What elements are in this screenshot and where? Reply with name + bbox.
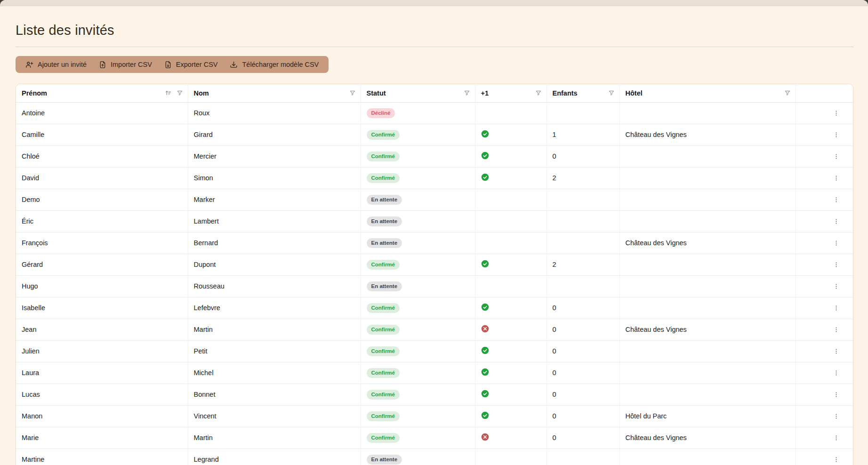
- cell-enfants: 1: [547, 124, 619, 145]
- cell-statut: Confirmé: [361, 362, 475, 384]
- cell-plus-one: [475, 427, 547, 449]
- row-menu-button[interactable]: [830, 129, 843, 140]
- column-header-enfants[interactable]: Enfants: [547, 84, 619, 102]
- download-icon: [230, 61, 238, 69]
- table-row: Demo Marker En attente: [16, 189, 853, 210]
- row-menu-button[interactable]: [830, 238, 843, 249]
- cell-nom: Bonnet: [188, 384, 361, 405]
- row-menu-button[interactable]: [830, 173, 843, 184]
- cell-plus-one: [475, 254, 547, 275]
- row-menu-button[interactable]: [830, 151, 843, 162]
- cell-plus-one: [475, 167, 547, 189]
- cell-statut: En attente: [361, 275, 475, 297]
- status-badge: Confirmé: [367, 130, 400, 140]
- filter-icon[interactable]: [535, 90, 542, 96]
- column-header-actions: [796, 84, 853, 102]
- cell-hotel: [619, 145, 796, 167]
- cell-hotel: [619, 275, 796, 297]
- row-menu-button[interactable]: [830, 259, 843, 270]
- add-guest-button[interactable]: Ajouter un invité: [19, 56, 93, 73]
- row-menu-button[interactable]: [830, 303, 843, 313]
- status-badge: Confirmé: [367, 325, 400, 335]
- cell-plus-one: [475, 232, 547, 254]
- row-menu-button[interactable]: [830, 368, 843, 378]
- cell-enfants: 0: [547, 145, 619, 167]
- filter-icon[interactable]: [784, 90, 791, 96]
- row-menu-button[interactable]: [830, 389, 843, 400]
- cell-plus-one: [475, 384, 547, 405]
- filter-icon[interactable]: [177, 90, 183, 96]
- export-csv-button[interactable]: Exporter CSV: [158, 56, 224, 73]
- row-menu-button[interactable]: [830, 454, 843, 465]
- cell-plus-one: [475, 362, 547, 384]
- cell-enfants: 2: [547, 167, 619, 189]
- table-row: David Simon Confirmé 2: [16, 167, 853, 189]
- table-row: Manon Vincent Confirmé 0 Hôtel du Parc: [16, 405, 853, 427]
- plus-one-yes-icon: [481, 303, 489, 311]
- status-badge: Confirmé: [367, 346, 400, 356]
- table-row: Martine Legrand En attente: [16, 449, 853, 465]
- plus-one-yes-icon: [481, 130, 489, 138]
- app-window: Liste des invités Ajouter un invité Impo…: [0, 0, 868, 465]
- cell-enfants: 0: [547, 297, 619, 319]
- row-menu-button[interactable]: [830, 108, 843, 119]
- cell-nom: Rousseau: [188, 275, 361, 297]
- download-template-button[interactable]: Télécharger modèle CSV: [224, 56, 325, 73]
- row-menu-button[interactable]: [830, 324, 843, 335]
- cell-prenom: David: [16, 167, 188, 189]
- plus-one-yes-icon: [481, 346, 489, 354]
- cell-hotel: [619, 297, 796, 319]
- filter-icon[interactable]: [464, 90, 470, 96]
- column-header-nom[interactable]: Nom: [188, 84, 361, 102]
- table-row: Marie Martin Confirmé 0 Château des Vign…: [16, 427, 853, 449]
- row-menu-button[interactable]: [830, 346, 843, 357]
- plus-one-yes-icon: [481, 368, 489, 376]
- filter-icon[interactable]: [349, 90, 356, 96]
- plus-one-no-icon: [481, 433, 489, 441]
- row-menu-button[interactable]: [830, 411, 843, 422]
- cell-nom: Simon: [188, 167, 361, 189]
- cell-actions: [796, 362, 853, 384]
- status-badge: Décliné: [367, 108, 395, 118]
- cell-hotel: [619, 189, 796, 210]
- cell-actions: [796, 145, 853, 167]
- cell-prenom: Martine: [16, 449, 188, 465]
- cell-nom: Vincent: [188, 405, 361, 427]
- cell-plus-one: [475, 124, 547, 145]
- column-label-hotel: Hôtel: [626, 89, 643, 97]
- cell-statut: Confirmé: [361, 297, 475, 319]
- sort-icon[interactable]: [165, 89, 172, 96]
- cell-enfants: [547, 275, 619, 297]
- import-csv-button[interactable]: Importer CSV: [93, 56, 158, 73]
- plus-one-yes-icon: [481, 411, 489, 419]
- cell-actions: [796, 340, 853, 362]
- status-badge: Confirmé: [367, 390, 400, 400]
- cell-statut: Confirmé: [361, 384, 475, 405]
- column-header-prenom[interactable]: Prénom: [16, 84, 188, 102]
- column-label-prenom: Prénom: [22, 89, 47, 97]
- column-header-plus-one[interactable]: +1: [475, 84, 547, 102]
- column-label-enfants: Enfants: [553, 89, 578, 97]
- filter-icon[interactable]: [608, 90, 615, 96]
- cell-plus-one: [475, 405, 547, 427]
- cell-plus-one: [475, 275, 547, 297]
- column-header-statut[interactable]: Statut: [361, 84, 475, 102]
- cell-hotel: [619, 254, 796, 275]
- cell-hotel: Château des Vignes: [619, 232, 796, 254]
- row-menu-button[interactable]: [830, 433, 843, 443]
- status-badge: Confirmé: [367, 368, 400, 378]
- user-plus-icon: [25, 61, 33, 69]
- cell-nom: Roux: [188, 102, 361, 124]
- cell-nom: Marker: [188, 189, 361, 210]
- row-menu-button[interactable]: [830, 216, 843, 227]
- cell-hotel: [619, 210, 796, 232]
- file-import-icon: [99, 61, 106, 69]
- table-row: Hugo Rousseau En attente: [16, 275, 853, 297]
- cell-actions: [796, 254, 853, 275]
- cell-plus-one: [475, 145, 547, 167]
- row-menu-button[interactable]: [830, 281, 843, 292]
- table-row: Antoine Roux Décliné: [16, 102, 853, 124]
- row-menu-button[interactable]: [830, 194, 843, 205]
- cell-actions: [796, 405, 853, 427]
- column-header-hotel[interactable]: Hôtel: [619, 84, 796, 102]
